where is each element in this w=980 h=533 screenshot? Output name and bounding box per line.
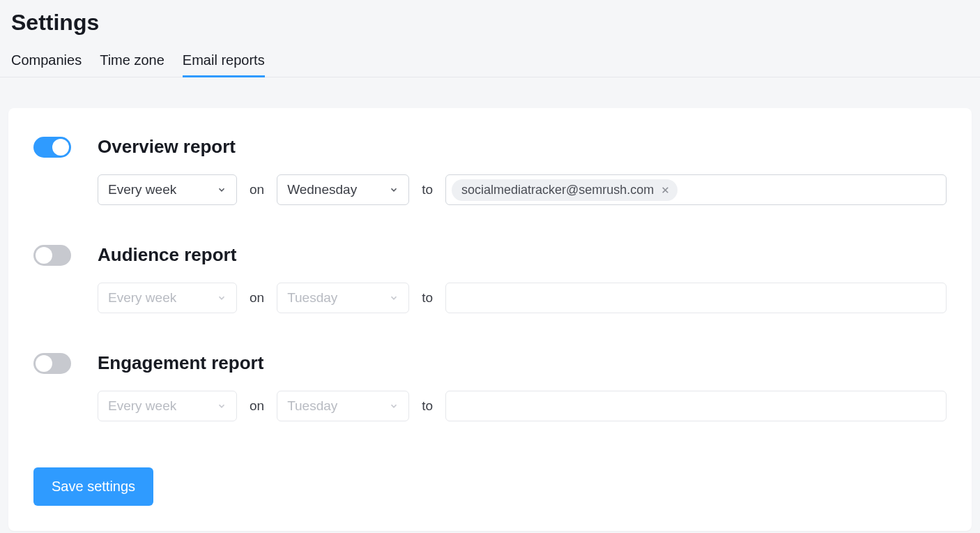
- chevron-down-icon: [389, 185, 399, 195]
- email-reports-panel: Overview report Every week on Wednesday …: [8, 108, 972, 531]
- chevron-down-icon: [217, 293, 227, 303]
- frequency-select-audience: Every week: [98, 283, 237, 313]
- day-value: Tuesday: [287, 290, 337, 306]
- day-select-audience: Tuesday: [277, 283, 409, 313]
- label-on: on: [250, 398, 264, 414]
- toggle-knob: [52, 139, 69, 156]
- day-value: Tuesday: [287, 398, 337, 414]
- label-to: to: [422, 182, 433, 197]
- report-overview: Overview report Every week on Wednesday …: [33, 136, 947, 205]
- report-engagement: Engagement report Every week on Tuesday …: [33, 352, 947, 421]
- frequency-value: Every week: [108, 398, 176, 414]
- day-value: Wednesday: [287, 182, 357, 197]
- toggle-engagement-report[interactable]: [33, 353, 71, 374]
- frequency-value: Every week: [108, 290, 176, 306]
- page-title: Settings: [0, 0, 980, 52]
- tab-companies[interactable]: Companies: [11, 52, 82, 77]
- toggle-knob: [36, 355, 52, 372]
- frequency-select-engagement: Every week: [98, 391, 237, 421]
- report-audience: Audience report Every week on Tuesday to: [33, 244, 947, 313]
- remove-email-icon[interactable]: [659, 184, 671, 195]
- email-input-engagement: [445, 391, 947, 421]
- tab-time-zone[interactable]: Time zone: [100, 52, 164, 77]
- save-button[interactable]: Save settings: [33, 467, 153, 506]
- email-chip-text: socialmediatracker@semrush.com: [461, 183, 654, 197]
- report-title-engagement: Engagement report: [98, 352, 263, 374]
- day-select-overview[interactable]: Wednesday: [277, 174, 409, 205]
- report-title-audience: Audience report: [98, 244, 236, 266]
- toggle-overview-report[interactable]: [33, 137, 71, 158]
- email-input-overview[interactable]: socialmediatracker@semrush.com: [445, 174, 947, 205]
- chevron-down-icon: [389, 293, 399, 303]
- tabs-bar: Companies Time zone Email reports: [0, 52, 980, 77]
- toggle-audience-report[interactable]: [33, 245, 71, 266]
- tab-email-reports[interactable]: Email reports: [183, 52, 265, 77]
- label-to: to: [422, 398, 433, 414]
- label-on: on: [250, 290, 264, 306]
- frequency-select-overview[interactable]: Every week: [98, 174, 237, 205]
- label-on: on: [250, 182, 264, 197]
- chevron-down-icon: [217, 185, 227, 195]
- toggle-knob: [36, 247, 52, 264]
- report-title-overview: Overview report: [98, 136, 236, 158]
- frequency-value: Every week: [108, 182, 176, 197]
- email-chip: socialmediatracker@semrush.com: [452, 179, 677, 201]
- email-input-audience: [445, 283, 947, 313]
- chevron-down-icon: [217, 401, 227, 411]
- chevron-down-icon: [389, 401, 399, 411]
- day-select-engagement: Tuesday: [277, 391, 409, 421]
- label-to: to: [422, 290, 433, 306]
